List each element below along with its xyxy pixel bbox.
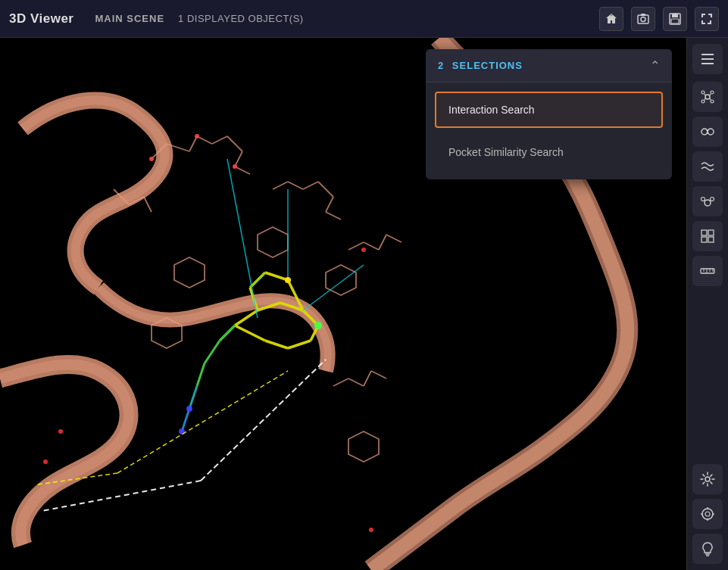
panel-body: Interaction Search Pocket Similarity Sea…	[426, 83, 672, 179]
panel-collapse-button[interactable]: ⌃	[650, 58, 660, 73]
svg-point-85	[701, 129, 708, 135]
svg-point-62	[186, 406, 192, 412]
chain-button[interactable]	[692, 117, 723, 147]
menu-button[interactable]	[692, 44, 723, 74]
svg-point-79	[701, 100, 705, 103]
svg-point-80	[711, 100, 714, 103]
svg-rect-6	[671, 19, 679, 23]
objects-label: 1 DISPLAYED OBJECT(S)	[178, 13, 304, 24]
svg-line-92	[705, 200, 705, 201]
svg-rect-1	[638, 15, 648, 23]
interaction-search-item[interactable]: Interaction Search	[435, 92, 663, 128]
svg-point-72	[361, 248, 366, 252]
target-button[interactable]	[692, 499, 723, 529]
svg-rect-96	[701, 237, 707, 242]
svg-point-86	[708, 129, 714, 135]
svg-point-103	[705, 477, 710, 481]
pocket-similarity-search-label: Pocket Similarity Search	[448, 146, 564, 158]
header-bar: 3D Viewer MAIN SCENE 1 DISPLAYED OBJECT(…	[0, 0, 728, 38]
helix-button[interactable]	[692, 151, 723, 182]
svg-rect-98	[701, 269, 714, 273]
pocket-similarity-search-item[interactable]: Pocket Similarity Search	[435, 134, 663, 170]
ruler-button[interactable]	[692, 256, 723, 286]
right-sidebar	[686, 38, 728, 570]
svg-point-0	[611, 14, 613, 16]
svg-line-82	[710, 94, 711, 95]
svg-point-71	[369, 528, 373, 532]
scene-label: MAIN SCENE	[95, 13, 164, 24]
app-title: 3D Viewer	[9, 11, 73, 26]
svg-point-70	[43, 459, 48, 464]
svg-point-60	[233, 164, 237, 169]
panel-header: 2 SELECTIONS ⌃	[426, 49, 672, 83]
molecule-view-button[interactable]	[692, 82, 723, 112]
svg-point-68	[285, 277, 291, 283]
settings-button[interactable]	[692, 464, 723, 494]
selections-panel: 2 SELECTIONS ⌃ Interaction Search Pocket…	[426, 49, 672, 179]
fullscreen-icon[interactable]	[695, 7, 719, 31]
svg-rect-5	[672, 14, 678, 17]
image-icon[interactable]	[631, 7, 655, 31]
svg-rect-95	[708, 230, 714, 235]
svg-point-105	[705, 512, 710, 516]
camera-icon[interactable]	[599, 7, 623, 31]
svg-point-91	[711, 198, 714, 201]
svg-point-2	[641, 17, 645, 21]
panel-title-label: SELECTIONS	[452, 60, 523, 71]
svg-point-59	[195, 134, 199, 139]
svg-point-58	[149, 157, 154, 161]
svg-point-67	[314, 322, 322, 329]
svg-rect-3	[641, 14, 645, 16]
svg-point-78	[711, 91, 714, 94]
svg-point-76	[705, 95, 710, 99]
svg-rect-94	[701, 230, 707, 235]
water-button[interactable]	[692, 186, 723, 216]
svg-point-104	[702, 509, 713, 519]
panel-count: 2	[438, 60, 444, 71]
svg-rect-97	[708, 237, 714, 242]
svg-point-90	[701, 198, 705, 201]
svg-line-81	[705, 94, 705, 95]
lightbulb-button[interactable]	[692, 534, 723, 564]
svg-line-83	[705, 98, 705, 100]
panel-title: 2 SELECTIONS	[438, 60, 527, 71]
svg-line-93	[710, 200, 711, 201]
svg-point-77	[701, 91, 705, 94]
svg-point-89	[705, 200, 711, 206]
header-icons	[599, 7, 719, 31]
svg-point-69	[58, 429, 63, 434]
grid-button[interactable]	[692, 221, 723, 251]
interaction-search-label: Interaction Search	[448, 104, 535, 116]
save-icon[interactable]	[663, 7, 687, 31]
svg-line-84	[710, 98, 711, 100]
